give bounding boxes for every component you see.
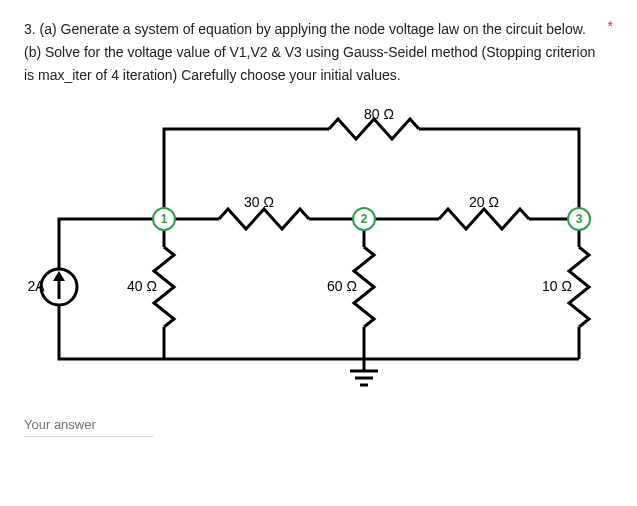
node-2-label: 2 [361, 212, 368, 226]
question-text: 3. (a) Generate a system of equation by … [24, 18, 598, 87]
r-3g-label: 10 Ω [542, 278, 572, 294]
r-1g-label: 40 Ω [127, 278, 157, 294]
r-top-label: 80 Ω [364, 109, 394, 122]
r-2g-label: 60 Ω [327, 278, 357, 294]
source-label: 2A [27, 278, 45, 294]
answer-input[interactable]: Your answer [24, 411, 154, 437]
node-3-label: 3 [576, 212, 583, 226]
r-23-label: 20 Ω [469, 194, 499, 210]
node-1-label: 1 [161, 212, 168, 226]
circuit-diagram: 80 Ω 30 Ω 20 Ω 2A 40 Ω 60 Ω 10 Ω 1 2 3 [24, 109, 609, 399]
required-asterisk: * [608, 18, 613, 34]
r-12-label: 30 Ω [244, 194, 274, 210]
